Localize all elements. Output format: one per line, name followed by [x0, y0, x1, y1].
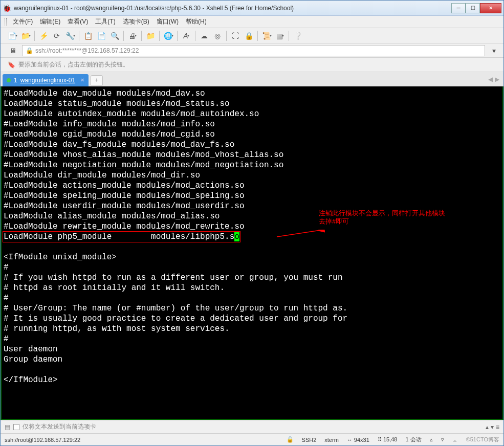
status-bar: ssh://root@192.168.57.129:22 🔓 SSH2 xter… — [1, 433, 503, 445]
separator — [159, 31, 160, 41]
properties-icon[interactable]: 🔧▾ — [64, 30, 76, 41]
terminal-line: #LoadModule dav_module modules/mod_dav.s… — [4, 88, 500, 99]
address-bar: 🖥 🔒 ssh://root:********@192.168.57.129:2… — [1, 43, 503, 58]
terminal-line: #LoadModule actions_module modules/mod_a… — [4, 181, 500, 191]
menu-view[interactable]: 查看(V) — [64, 16, 91, 27]
tab-label: wangruifenglinux-01 — [20, 77, 75, 84]
annotation-text: 注销此行模块不会显示，同样打开其他模块 去掉#即可 — [319, 209, 445, 226]
highlight-prefix: LoadModule php5_module modules/libphp5.s — [4, 232, 234, 241]
menu-edit[interactable]: 编辑(E) — [37, 16, 63, 27]
xftp-icon[interactable]: 📁 — [145, 30, 156, 41]
collapse-icon[interactable]: ⫠ — [452, 437, 458, 443]
fullscreen-icon[interactable]: ⛶ — [230, 30, 241, 41]
terminal-line: #LoadModule vhost_alias_module modules/m… — [4, 150, 500, 160]
menu-tools[interactable]: 工具(T) — [92, 16, 118, 27]
terminal-line: Group daemon — [4, 354, 500, 365]
status-pos: 15,48 — [383, 436, 398, 442]
status-session: 1 会话 — [405, 436, 421, 443]
tab-next-icon[interactable]: ▶ — [495, 76, 499, 83]
reconnect-icon[interactable]: ⚡ — [38, 30, 49, 41]
address-text: ssh://root:********@192.168.57.129:22 — [35, 47, 139, 54]
target-icon[interactable]: ◎ — [212, 30, 223, 41]
terminal-line: # — [4, 293, 500, 303]
separator — [123, 31, 124, 41]
app-icon: 🐞 — [3, 4, 11, 12]
status-connection: ssh://root@192.168.57.129:22 — [5, 437, 80, 443]
copy-icon[interactable]: 📋 — [82, 30, 94, 41]
find-icon[interactable]: 🔍 — [109, 30, 120, 41]
separator — [257, 31, 258, 41]
paste-icon[interactable]: 📄 — [96, 30, 107, 41]
session-tab[interactable]: 1 wangruifenglinux-01 ✕ — [3, 74, 89, 86]
tab-close-icon[interactable]: ✕ — [80, 77, 84, 83]
highlighted-line: LoadModule php5_module modules/libphp5.s… — [4, 232, 500, 242]
menu-window[interactable]: 窗口(W) — [154, 16, 182, 27]
globe-icon[interactable]: 🌐▾ — [163, 30, 174, 41]
terminal-line: # If you wish httpd to run as a differen… — [4, 273, 500, 283]
terminal-line: LoadModule dir_module modules/mod_dir.so — [4, 170, 500, 181]
lock-icon[interactable]: 🔒 — [243, 30, 254, 41]
grip-icon — [5, 18, 7, 26]
menu-help[interactable]: 帮助(H) — [183, 16, 210, 27]
terminal-line: <IfModule unixd_module> — [4, 252, 500, 262]
send-down-icon[interactable]: ▾ — [491, 423, 494, 431]
separator — [226, 31, 227, 41]
cloud-icon[interactable]: ☁ — [199, 30, 210, 41]
tab-prev-icon[interactable]: ◀ — [488, 76, 493, 83]
new-session-icon[interactable]: 📄▾ — [7, 30, 18, 41]
terminal-line: #LoadModule dav_fs_module modules/mod_da… — [4, 140, 500, 150]
address-dropdown-icon[interactable]: ▾ — [488, 45, 499, 56]
terminal-line: #LoadModule info_module modules/mod_info… — [4, 119, 500, 129]
separator — [177, 31, 178, 41]
address-field[interactable]: 🔒 ssh://root:********@192.168.57.129:22 — [22, 45, 485, 56]
send-label: 仅将文本发送到当前选项卡 — [23, 422, 96, 431]
disconnect-icon[interactable]: ⟳ — [51, 30, 62, 41]
font-icon[interactable]: A▾ — [181, 30, 192, 41]
terminal-line: # User/Group: The name (or #number) of t… — [4, 303, 500, 314]
scroll-icon[interactable]: 📜▾ — [261, 30, 272, 41]
tab-nav: ◀ ▶ — [488, 76, 501, 83]
close-button[interactable]: ✕ — [480, 3, 501, 13]
layout-icon[interactable]: ▦▾ — [274, 30, 286, 41]
watermark: ©51CTO博客 — [466, 436, 499, 443]
send-up-icon[interactable]: ▴ — [486, 423, 489, 431]
send-menu-icon[interactable]: ≡ — [496, 423, 499, 431]
terminal-line: #LoadModule speling_module modules/mod_s… — [4, 191, 500, 201]
send-icon[interactable]: ▤ — [5, 423, 10, 431]
print-icon[interactable]: 🖨▾ — [127, 30, 138, 41]
info-bar: 🔖 要添加当前会话，点击左侧的箭头按钮。 — [1, 58, 503, 72]
tab-bar: 1 wangruifenglinux-01 ✕ ＋ ◀ ▶ — [1, 72, 503, 86]
terminal-line: # — [4, 262, 500, 273]
cursor: o — [234, 232, 239, 241]
toolbar: 📄▾ 📁▾ ⚡ ⟳ 🔧▾ 📋 📄 🔍 🖨▾ 📁 🌐▾ A▾ ☁ ◎ ⛶ 🔒 📜▾… — [1, 28, 503, 43]
menu-tabs[interactable]: 选项卡(B) — [120, 16, 152, 27]
menubar: 文件(F) 编辑(E) 查看(V) 工具(T) 选项卡(B) 窗口(W) 帮助(… — [1, 16, 503, 28]
tab-index: 1 — [14, 77, 17, 84]
lock-icon: 🔒 — [26, 47, 33, 54]
separator — [79, 31, 79, 41]
app-window: 🐞 wangruifenglinux-01 - root@wangruifeng… — [0, 0, 504, 446]
terminal-line: LoadModule status_module modules/mod_sta… — [4, 99, 500, 109]
minimize-button[interactable]: ─ — [451, 3, 466, 13]
status-nav-dn-icon[interactable]: ▿ — [441, 436, 444, 443]
host-icon[interactable]: 🖥 — [8, 45, 19, 56]
separator — [195, 31, 195, 41]
open-icon[interactable]: 📁▾ — [20, 30, 31, 41]
window-title: wangruifenglinux-01 - root@wangruifeng-0… — [14, 5, 451, 12]
info-text: 要添加当前会话，点击左侧的箭头按钮。 — [18, 60, 129, 69]
status-size: 94x31 — [354, 437, 369, 443]
status-nav-up-icon[interactable]: ▵ — [430, 436, 433, 443]
separator — [34, 31, 35, 41]
send-nav: ▴ ▾ ≡ — [486, 423, 499, 431]
status-protocol: SSH2 — [302, 437, 317, 443]
new-tab-button[interactable]: ＋ — [91, 75, 103, 85]
terminal-line: #LoadModule cgid_module modules/mod_cgid… — [4, 129, 500, 140]
maximize-button[interactable]: ☐ — [466, 3, 480, 13]
menu-file[interactable]: 文件(F) — [10, 16, 36, 27]
terminal[interactable]: #LoadModule dav_module modules/mod_dav.s… — [1, 86, 503, 420]
send-checkbox[interactable] — [13, 424, 19, 430]
help-icon[interactable]: ❔ — [292, 30, 303, 41]
terminal-line — [4, 365, 500, 375]
bookmark-icon[interactable]: 🔖 — [8, 61, 15, 69]
status-lock-icon: 🔓 — [287, 436, 294, 443]
